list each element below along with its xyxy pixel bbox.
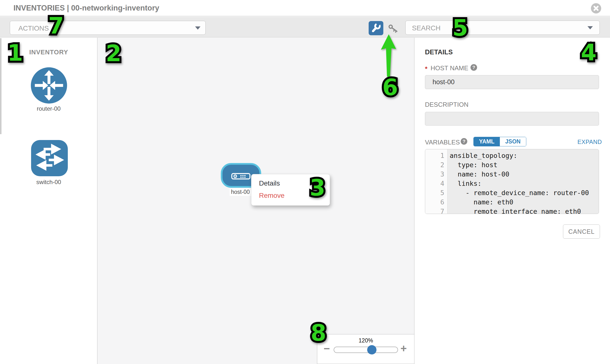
toggle-json[interactable]: JSON [500,137,526,146]
required-asterisk: * [425,65,427,73]
editor-line: 6 name: eth0 [425,197,599,207]
expand-link[interactable]: EXPAND [577,139,602,145]
device-label: switch-00 [0,179,97,185]
description-input[interactable] [425,112,599,126]
credentials-key-button[interactable] [388,24,399,34]
zoom-slider-thumb[interactable] [367,345,376,354]
toggle-yaml[interactable]: YAML [474,137,500,146]
chevron-down-icon [195,26,200,30]
zoom-level-value: 120% [317,337,415,344]
wrench-icon [369,21,383,35]
variables-editor[interactable]: 1ansible_topology: 2 type: host 3 name: … [425,149,599,214]
actions-dropdown[interactable]: ACTIONS [10,21,206,35]
annotation-step-7: 77 [48,15,64,37]
annotation-step-5: 55 [452,17,468,39]
editor-line: 2 type: host [425,160,599,170]
page-header: INVENTORIES | 00-networking-inventory [0,0,610,16]
router-icon [31,67,67,104]
toolbar: ACTIONS SEARCH [0,17,610,38]
help-icon[interactable]: ? [470,64,477,71]
device-router-00[interactable] [31,67,67,104]
editor-line: 5 - remote_device_name: router-00 [425,188,599,197]
switch-icon [31,140,68,176]
context-menu-item-remove[interactable]: Remove [259,192,285,199]
zoom-in-button[interactable]: + [401,343,407,354]
details-panel-title: DETAILS [425,49,453,56]
annotation-step-3: 33 [310,177,325,199]
host-name-label: HOST NAME [430,64,468,72]
editor-line: 4 links: [425,179,599,188]
search-dropdown[interactable]: SEARCH [405,21,600,35]
device-label: router-00 [0,105,97,112]
device-switch-00[interactable] [31,140,68,176]
cancel-button[interactable]: CANCEL [563,224,600,239]
search-placeholder: SEARCH [412,24,441,32]
page-title: INVENTORIES | 00-networking-inventory [13,4,159,13]
key-icon [388,24,399,34]
inventory-sidebar: INVENTORY router-00 switch-00 [0,38,97,364]
variables-format-toggle: YAML JSON [473,137,526,146]
annotation-step-8: 88 [311,322,326,344]
editor-line: 7 remote_interface_name: eth0 [425,207,599,214]
context-menu-item-details[interactable]: Details [259,180,280,187]
tools-button[interactable] [369,21,383,35]
zoom-control-panel: 120% − + [317,334,414,364]
annotation-step-2: 22 [106,42,121,65]
chevron-down-icon [587,26,593,29]
variables-label: VARIABLES [425,139,460,146]
editor-line: 3 name: host-00 [425,170,599,179]
host-server-icon [231,173,250,181]
host-name-input[interactable] [425,75,599,89]
close-icon [591,3,601,13]
annotation-step-6: 66 [382,76,398,99]
close-button[interactable] [591,3,601,13]
description-label: DESCRIPTION [425,101,468,108]
host-node-label: host-00 [230,188,251,196]
editor-line: 1ansible_topology: [425,151,599,160]
zoom-slider-track[interactable] [334,347,398,353]
actions-dropdown-label: ACTIONS [18,25,49,32]
help-icon[interactable]: ? [461,138,467,145]
annotation-step-4: 44 [581,41,597,64]
annotation-step-1: 11 [7,42,23,64]
